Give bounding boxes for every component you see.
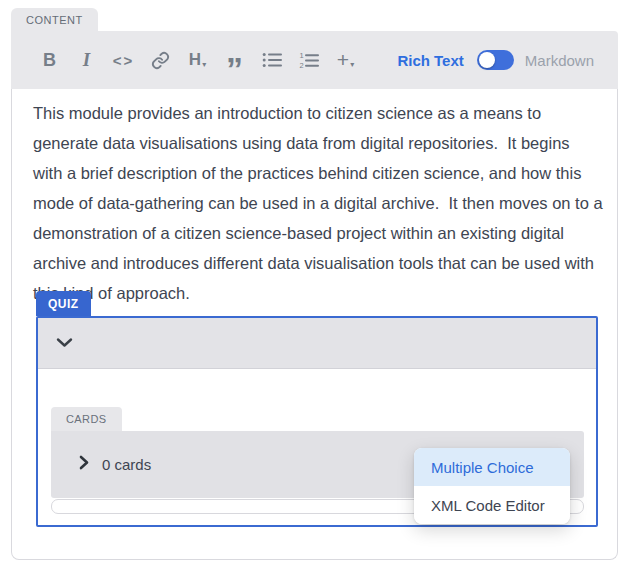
svg-text:2: 2 xyxy=(299,60,303,68)
tab-cards[interactable]: CARDS xyxy=(51,407,122,431)
markdown-label: Markdown xyxy=(525,52,594,69)
code-icon: <> xyxy=(113,52,135,69)
cards-count-label: 0 cards xyxy=(102,456,151,473)
richtext-markdown-toggle[interactable] xyxy=(477,50,514,70)
rich-text-toolbar: B I <> H ▾ ” xyxy=(11,31,618,89)
heading-icon: H xyxy=(189,50,201,70)
editor-content-area[interactable]: This module provides an introduction to … xyxy=(11,89,618,560)
chevron-down-icon: ▾ xyxy=(202,60,206,69)
link-icon xyxy=(151,51,170,70)
blockquote-button[interactable]: ” xyxy=(216,42,253,78)
ordered-list-button[interactable]: 1 2 xyxy=(290,42,327,78)
bold-icon: B xyxy=(43,50,56,71)
card-type-dropdown-menu: Multiple Choice XML Code Editor xyxy=(414,448,570,524)
bullet-list-icon xyxy=(262,52,282,68)
rich-text-label: Rich Text xyxy=(397,52,463,69)
chevron-right-icon xyxy=(79,455,89,474)
tab-quiz[interactable]: QUIZ xyxy=(36,291,91,316)
tab-content[interactable]: CONTENT xyxy=(11,8,98,31)
ordered-list-icon: 1 2 xyxy=(299,52,319,69)
toggle-knob xyxy=(479,52,495,68)
svg-text:1: 1 xyxy=(299,52,303,60)
heading-button[interactable]: H ▾ xyxy=(179,42,216,78)
tab-cards-label: CARDS xyxy=(66,413,107,425)
bullet-list-button[interactable] xyxy=(253,42,290,78)
bold-button[interactable]: B xyxy=(31,42,68,78)
quiz-collapse-header[interactable] xyxy=(38,318,596,369)
chevron-down-icon xyxy=(56,334,73,352)
add-block-icon: + xyxy=(337,48,349,72)
chevron-down-icon: ▾ xyxy=(350,60,354,69)
editor-paragraph: This module provides an introduction to … xyxy=(33,98,603,308)
italic-button[interactable]: I xyxy=(68,42,105,78)
menu-item-xml-code-editor[interactable]: XML Code Editor xyxy=(414,486,570,524)
tab-content-label: CONTENT xyxy=(26,14,83,26)
italic-icon: I xyxy=(83,49,90,71)
code-button[interactable]: <> xyxy=(105,42,142,78)
add-block-button[interactable]: + ▾ xyxy=(327,42,364,78)
tab-quiz-label: QUIZ xyxy=(48,297,79,311)
link-button[interactable] xyxy=(142,42,179,78)
editor-mode-switcher: Rich Text Markdown xyxy=(397,50,594,70)
menu-item-multiple-choice[interactable]: Multiple Choice xyxy=(414,448,570,486)
